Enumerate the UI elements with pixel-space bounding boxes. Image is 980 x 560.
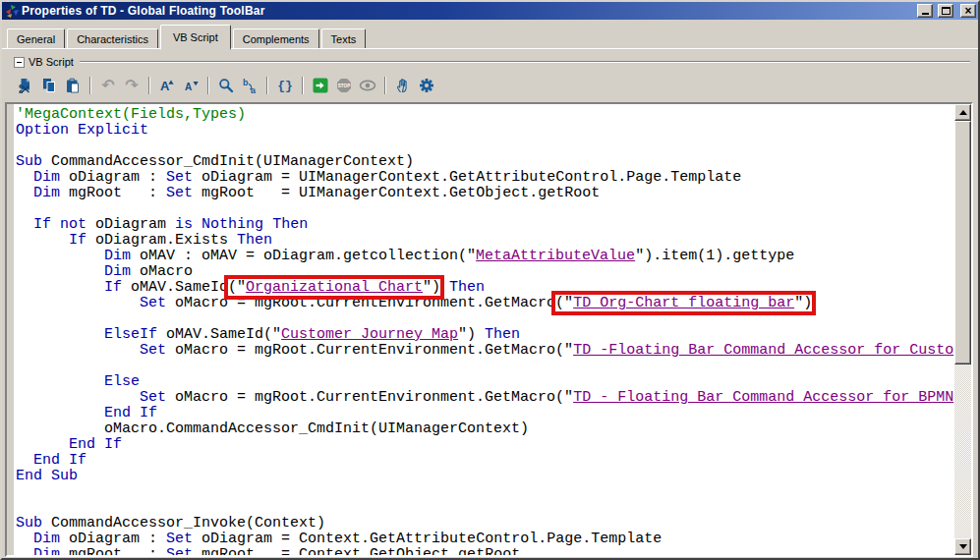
code-line[interactable]: Dim oDiagram : Set oDiagram = UIManagerC… (16, 170, 954, 186)
pan-button[interactable] (391, 76, 415, 95)
code-line[interactable]: If oDiagram.Exists Then (16, 233, 954, 249)
maximize-icon (942, 7, 951, 15)
toolbar-separator (302, 77, 304, 94)
tab-strip: GeneralCharacteristicsVB ScriptComplemen… (2, 22, 978, 48)
replace-button[interactable]: b a (238, 76, 261, 95)
editor-margin (7, 104, 14, 555)
window-title: Properties of TD - Global Floating ToolB… (22, 4, 912, 18)
tab-vb-script[interactable]: VB Script (160, 25, 231, 50)
undo-button[interactable]: ↶ (96, 76, 120, 95)
paste-button[interactable] (61, 76, 85, 95)
watch-button[interactable] (356, 76, 379, 95)
tab-texts[interactable]: Texts (321, 28, 367, 48)
code-line[interactable]: Dim mgRoot : Set mgRoot = UIManagerConte… (16, 186, 954, 201)
close-icon: × (961, 5, 975, 17)
code-line[interactable] (16, 359, 954, 374)
close-button[interactable]: × (960, 4, 976, 18)
minimize-icon (922, 13, 929, 15)
code-line[interactable] (16, 201, 954, 217)
triangle-up-icon (959, 110, 967, 115)
tab-complements[interactable]: Complements (233, 28, 319, 48)
svg-text:a: a (251, 85, 257, 94)
toolbar-separator (89, 77, 91, 94)
collapse-icon[interactable] (14, 57, 25, 68)
title-bar: Properties of TD - Global Floating ToolB… (2, 2, 978, 20)
code-content[interactable]: 'MegaContext(Fields,Types)Option Explici… (14, 104, 954, 555)
code-line[interactable]: oMacro.CommandAccessor_CmdInit(UIManager… (16, 421, 954, 437)
braces-icon: {} (277, 79, 293, 93)
settings-button[interactable] (415, 76, 438, 95)
editor-toolbar: ↶ ↷ A A b a (14, 75, 978, 96)
tab-characteristics[interactable]: Characteristics (67, 28, 158, 48)
svg-text:b: b (243, 78, 249, 87)
code-line[interactable]: End If (16, 406, 954, 421)
minimize-button[interactable] (917, 4, 933, 18)
braces-button[interactable]: {} (273, 76, 297, 95)
svg-text:A: A (160, 79, 170, 93)
vertical-scrollbar[interactable] (954, 104, 971, 555)
increase-font-button[interactable]: A (155, 76, 179, 95)
cut-button[interactable] (14, 76, 37, 95)
svg-text:STOP: STOP (338, 84, 350, 88)
gear-icon (419, 78, 434, 93)
search-icon (218, 78, 234, 93)
code-line[interactable]: Set oMacro = mgRoot.CurrentEnvironment.G… (16, 296, 954, 311)
code-line[interactable]: If oMAV.SameId("Organizational Chart") T… (16, 280, 954, 296)
toolbar-separator (148, 77, 150, 94)
code-line[interactable]: 'MegaContext(Fields,Types) (16, 107, 954, 123)
code-line[interactable]: Set oMacro = mgRoot.CurrentEnvironment.G… (16, 390, 954, 406)
scroll-up-button[interactable] (954, 104, 971, 121)
code-line[interactable] (16, 139, 954, 154)
section-rule (80, 61, 970, 63)
copy-icon (41, 78, 57, 93)
code-line[interactable]: Dim oMacro (16, 264, 954, 280)
vb-script-editor: 'MegaContext(Fields,Types)Option Explici… (5, 102, 973, 557)
code-line[interactable]: Dim oMAV : oMAV = oDiagram.getcollection… (16, 249, 954, 264)
run-icon (313, 78, 328, 93)
code-line[interactable]: Sub CommandAccessor_Invoke(Context) (16, 516, 954, 532)
properties-dialog: Properties of TD - Global Floating ToolB… (0, 0, 980, 560)
watch-eye-icon (359, 78, 376, 93)
redo-button[interactable]: ↷ (120, 76, 144, 95)
svg-text:A: A (185, 82, 192, 92)
code-line[interactable]: Dim oDiagram : Set oDiagram = Context.Ge… (16, 532, 954, 547)
code-line[interactable]: End If (16, 437, 954, 453)
toolbar-separator (384, 77, 386, 94)
stop-button[interactable]: STOP (332, 76, 356, 95)
replace-icon: b a (242, 78, 258, 93)
hand-icon (395, 78, 411, 93)
code-line[interactable]: End If (16, 453, 954, 469)
increase-font-icon: A (159, 78, 176, 93)
code-line[interactable] (16, 500, 954, 516)
code-line[interactable] (16, 311, 954, 327)
run-button[interactable] (309, 76, 332, 95)
decrease-font-button[interactable]: A (179, 76, 202, 95)
copy-button[interactable] (37, 76, 61, 95)
app-icon (5, 4, 19, 18)
tab-general[interactable]: General (7, 28, 65, 48)
stop-icon: STOP (336, 78, 352, 93)
code-line[interactable]: Option Explicit (16, 123, 954, 139)
cut-icon (18, 78, 33, 93)
redo-icon: ↷ (125, 78, 138, 93)
scrollbar-thumb[interactable] (954, 121, 971, 364)
code-line[interactable] (16, 484, 954, 500)
code-line[interactable]: If not oDiagram is Nothing Then (16, 217, 954, 233)
undo-icon: ↶ (101, 78, 114, 93)
paste-icon (65, 78, 81, 93)
vb-script-section-header: VB Script (2, 49, 978, 68)
code-line[interactable]: Set oMacro = mgRoot.CurrentEnvironment.G… (16, 343, 954, 359)
maximize-button[interactable] (938, 4, 953, 18)
toolbar-separator (266, 77, 268, 94)
section-label: VB Script (29, 56, 74, 68)
scroll-down-button[interactable] (954, 538, 971, 555)
code-line[interactable]: Else (16, 374, 954, 390)
code-line[interactable]: Dim mgRoot : Set mgRoot = Context.GetObj… (16, 547, 954, 555)
code-line[interactable]: Sub CommandAccessor_CmdInit(UIManagerCon… (16, 154, 954, 170)
triangle-down-icon (959, 544, 967, 549)
search-button[interactable] (214, 76, 238, 95)
decrease-font-icon: A (183, 78, 200, 93)
code-line[interactable]: ElseIf oMAV.SameId("Customer Journey Map… (16, 327, 954, 343)
code-line[interactable]: End Sub (16, 469, 954, 484)
toolbar-separator (207, 77, 209, 94)
